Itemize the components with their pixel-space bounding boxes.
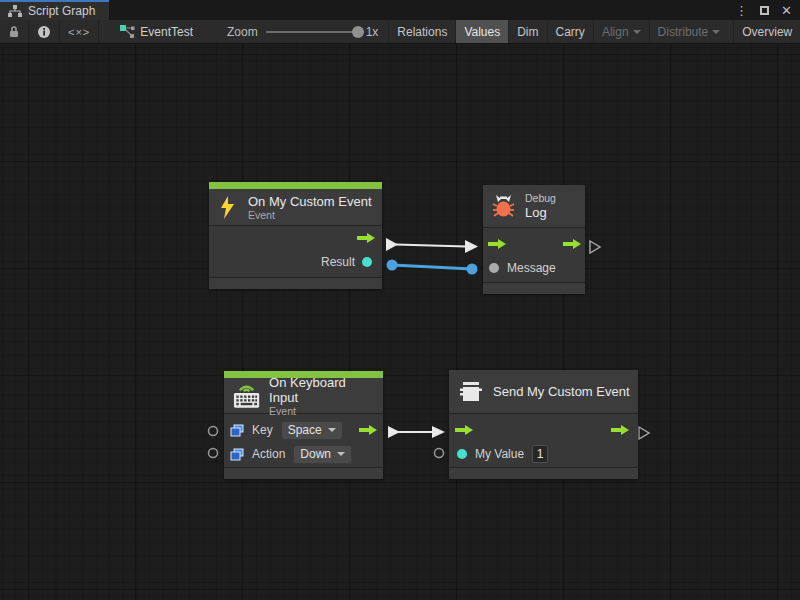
chevron-down-icon [712,30,720,34]
zoom-slider-track[interactable] [266,31,358,33]
wire-arrowhead-icon [465,240,478,253]
script-graph-window: Script Graph ⋮ ✕ <×> [0,0,800,600]
object-literal-icon [230,448,244,461]
node-subtitle: Event [269,405,375,417]
close-icon[interactable]: ✕ [781,4,792,17]
tab-title: Script Graph [28,4,95,18]
wire-start-triangle [388,426,400,438]
lock-button[interactable] [0,20,29,43]
lightning-bolt-icon [219,196,236,219]
info-icon [37,25,51,39]
toolbar-toggle-buttons: Relations Values Dim Carry Align Distrib… [388,20,800,43]
graph-asset-button[interactable]: EventTest [99,20,203,43]
zoom-value: 1x [366,25,379,39]
node-footer [209,277,382,289]
distribute-dropdown-button[interactable]: Distribute [649,20,729,43]
node-send-my-custom-event[interactable]: Send My Custom Event My Value 1 [449,370,638,479]
graph-toolbar: <×> EventTest Zoom 1x Relations Values D… [0,20,800,44]
flow-input-port-icon[interactable] [455,424,474,436]
chevron-down-icon [328,428,336,432]
zoom-control: Zoom 1x [203,20,388,43]
relations-button[interactable]: Relations [388,20,455,43]
keyboard-signal-icon [232,382,261,410]
unconnected-port-circle[interactable] [209,427,218,436]
flow-output-port-icon[interactable] [611,424,630,436]
output-port-label: Result [321,255,355,269]
flow-continue-triangle-icon [639,427,649,439]
window-controls: ⋮ ✕ [735,0,800,20]
value-wire-endpoint [387,260,398,271]
value-port-label: My Value [475,447,524,461]
dim-button[interactable]: Dim [508,20,546,43]
node-on-my-custom-event[interactable]: On My Custom Event Event Result [209,182,382,289]
flow-continue-triangle-icon [590,241,600,253]
key-dropdown[interactable]: Space [281,421,343,440]
action-port-label: Action [252,447,285,461]
overview-button[interactable]: Overview [733,20,800,43]
key-port-label: Key [252,423,273,437]
code-view-button[interactable]: <×> [60,20,99,43]
lock-icon [8,25,20,38]
flow-output-port-icon[interactable] [359,424,378,436]
values-button[interactable]: Values [455,20,508,43]
node-header[interactable]: On My Custom Event Event [209,189,382,226]
zoom-slider-handle[interactable] [352,26,364,38]
flow-output-port-icon[interactable] [563,238,582,250]
action-dropdown[interactable]: Down [293,445,352,464]
align-dropdown-button[interactable]: Align [593,20,649,43]
event-accent-bar [209,182,382,189]
value-input-field[interactable]: 1 [532,445,548,463]
node-on-keyboard-input[interactable]: On Keyboard Input Event Key Space [224,371,383,479]
value-input-port[interactable] [489,263,499,273]
node-footer [483,282,585,294]
connection-wires [0,44,800,600]
menu-icon[interactable]: ⋮ [735,4,748,17]
chevron-down-icon [633,30,641,34]
carry-button[interactable]: Carry [547,20,593,43]
graph-canvas[interactable]: On My Custom Event Event Result [0,44,800,600]
node-footer [224,467,383,479]
tab-script-graph[interactable]: Script Graph [0,0,109,20]
node-title: Log [525,205,556,220]
info-button[interactable] [29,20,60,43]
node-header[interactable]: Send My Custom Event [449,370,638,414]
value-input-port[interactable] [457,449,467,459]
chevron-down-icon [337,452,345,456]
bug-icon [492,195,515,218]
value-output-port[interactable] [362,257,372,267]
code-icon: <×> [68,26,90,38]
flow-input-port-icon[interactable] [488,238,507,250]
node-header[interactable]: Debug Log [483,185,585,228]
custom-event-machine-icon [459,381,483,403]
unconnected-port-circle[interactable] [435,449,444,458]
node-header[interactable]: On Keyboard Input Event [224,378,383,414]
maximize-icon[interactable] [760,6,769,15]
node-title: On Keyboard Input [269,375,375,405]
wire-arrowhead-icon [432,426,445,438]
value-wire-endpoint [467,264,478,275]
input-port-label: Message [507,261,556,275]
wire-start-triangle [386,238,398,251]
unconnected-port-circle[interactable] [209,449,218,458]
node-footer [449,467,638,479]
object-literal-icon [230,424,244,437]
node-title: Send My Custom Event [493,384,630,399]
graph-hierarchy-icon [8,5,22,17]
node-surtitle: Debug [525,192,556,205]
value-wire[interactable] [392,265,472,269]
graph-asset-name: EventTest [140,25,193,39]
control-wire[interactable] [396,245,466,247]
zoom-label: Zoom [227,25,258,39]
node-subtitle: Event [248,209,372,221]
node-debug-log[interactable]: Debug Log Message [483,185,585,294]
node-title: On My Custom Event [248,194,372,209]
flow-output-port-icon[interactable] [357,232,376,244]
graph-asset-icon [119,24,135,39]
tab-bar: Script Graph ⋮ ✕ [0,0,800,20]
